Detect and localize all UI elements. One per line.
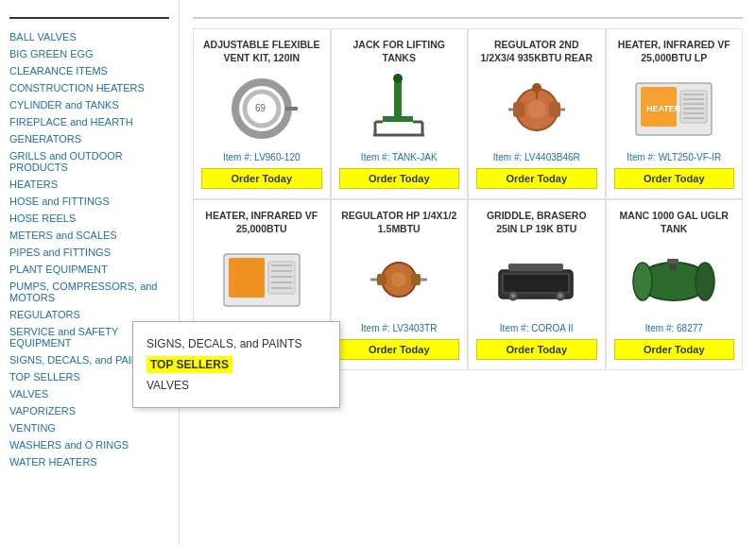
order-button[interactable]: Order Today: [339, 168, 460, 189]
svg-point-42: [391, 272, 406, 287]
svg-rect-57: [669, 263, 677, 270]
svg-point-55: [633, 263, 652, 300]
product-image: [219, 242, 304, 317]
sidebar-item-pumps-compressors[interactable]: PUMPS, COMPRESSORS, and MOTORS: [9, 278, 169, 306]
svg-rect-33: [268, 262, 295, 294]
tooltip-item[interactable]: TOP SELLERS: [146, 356, 232, 373]
sidebar-item-venting[interactable]: VENTING: [9, 419, 169, 436]
svg-text:HEATER: HEATER: [646, 104, 681, 113]
order-button[interactable]: Order Today: [201, 168, 322, 189]
sidebar-item-fireplace-hearth[interactable]: FIREPLACE and HEARTH: [9, 113, 169, 130]
product-item-number[interactable]: Item #: LV4403B46R: [493, 152, 580, 162]
product-image: HEATER: [631, 71, 716, 146]
product-name: JACK FOR LIFTING TANKS: [339, 39, 460, 65]
svg-rect-52: [508, 264, 563, 271]
product-grid: ADJUSTABLE FLEXIBLE VENT KIT, 120IN 69 I…: [193, 28, 743, 370]
svg-rect-47: [504, 275, 568, 292]
tooltip-items: SIGNS, DECALS, and PAINTSTOP SELLERSVALV…: [146, 332, 326, 398]
product-image: [494, 71, 579, 146]
sidebar-item-generators[interactable]: GENERATORS: [9, 130, 169, 147]
order-button[interactable]: Order Today: [614, 339, 735, 360]
svg-rect-5: [383, 116, 413, 122]
sidebar-item-water-heaters[interactable]: WATER HEATERS: [9, 453, 169, 470]
order-button[interactable]: Order Today: [339, 339, 460, 360]
product-item-number[interactable]: Item #: LV3403TR: [361, 323, 437, 333]
svg-point-18: [532, 83, 541, 93]
sidebar-item-big-green-egg[interactable]: BIG GREEN EGG: [9, 45, 169, 62]
product-item-number[interactable]: Item #: 68277: [645, 323, 703, 333]
order-button[interactable]: Order Today: [476, 168, 597, 189]
product-name: REGULATOR 2ND 1/2X3/4 935KBTU REAR: [476, 39, 597, 65]
product-cell: MANC 1000 GAL UGLR TANK Item #: 68277Ord…: [606, 199, 744, 370]
sidebar-item-washers-o-rings[interactable]: WASHERS and O RINGS: [9, 436, 169, 453]
product-name: HEATER, INFRARED VF 25,000BTU: [201, 210, 322, 236]
sidebar-item-grills-outdoor[interactable]: GRILLS and OUTDOOR PRODUCTS: [9, 147, 169, 176]
product-name: REGULATOR HP 1/4X1/2 1.5MBTU: [339, 210, 460, 236]
product-image: 69: [219, 71, 304, 146]
product-image: [631, 242, 716, 317]
svg-rect-41: [411, 274, 421, 285]
sidebar-item-hose-reels[interactable]: HOSE REELS: [9, 210, 169, 227]
sidebar-item-meters-scales[interactable]: METERS and SCALES: [9, 227, 169, 244]
svg-rect-13: [513, 102, 524, 117]
product-name: HEATER, INFRARED VF 25,000BTU LP: [614, 39, 735, 65]
product-item-number[interactable]: Item #: WLT250-VF-IR: [627, 152, 721, 162]
sidebar-tooltip: SIGNS, DECALS, and PAINTSTOP SELLERSVALV…: [132, 321, 340, 408]
product-image: [356, 242, 441, 317]
product-item-number[interactable]: Item #: TANK-JAK: [361, 152, 438, 162]
sidebar-item-pipes-fittings[interactable]: PIPES and FITTINGS: [9, 244, 169, 261]
product-item-number[interactable]: Item #: COROA II: [500, 323, 574, 333]
sidebar: BALL VALVESBIG GREEN EGGCLEARANCE ITEMSC…: [0, 0, 180, 545]
svg-rect-32: [229, 258, 265, 298]
svg-point-56: [696, 263, 714, 300]
svg-text:69: 69: [255, 103, 266, 113]
product-cell: REGULATOR 2ND 1/2X3/4 935KBTU REAR Item …: [468, 28, 606, 199]
product-item-number[interactable]: Item #: LV960-120: [223, 152, 301, 162]
product-cell: JACK FOR LIFTING TANKS Item #: TANK-JAKO…: [331, 28, 469, 199]
product-image: [356, 71, 441, 146]
tooltip-item: SIGNS, DECALS, and PAINTS: [146, 332, 326, 356]
sidebar-item-cylinder-tanks[interactable]: CYLINDER and TANKS: [9, 96, 169, 113]
sidebar-item-hose-fittings[interactable]: HOSE and FITTINGS: [9, 193, 169, 210]
svg-rect-14: [549, 102, 560, 117]
product-cell: ADJUSTABLE FLEXIBLE VENT KIT, 120IN 69 I…: [193, 28, 331, 199]
product-cell: REGULATOR HP 1/4X1/2 1.5MBTU Item #: LV3…: [331, 199, 469, 370]
sidebar-item-ball-valves[interactable]: BALL VALVES: [9, 28, 169, 45]
svg-point-49: [511, 294, 515, 298]
product-name: GRIDDLE, BRASERO 25IN LP 19K BTU: [476, 210, 597, 236]
product-cell: HEATER, INFRARED VF 25,000BTU LP HEATER …: [606, 28, 744, 199]
order-button[interactable]: Order Today: [614, 168, 735, 189]
sidebar-item-clearance-items[interactable]: CLEARANCE ITEMS: [9, 62, 169, 79]
order-button[interactable]: Order Today: [476, 339, 597, 360]
svg-point-51: [558, 294, 562, 298]
sidebar-item-construction-heaters[interactable]: CONSTRUCTION HEATERS: [9, 79, 169, 96]
sidebar-item-plant-equipment[interactable]: PLANT EQUIPMENT: [9, 261, 169, 278]
main-content: ADJUSTABLE FLEXIBLE VENT KIT, 120IN 69 I…: [180, 0, 756, 545]
product-image: [494, 242, 579, 317]
product-cell: GRIDDLE, BRASERO 25IN LP 19K BTU Item #:…: [468, 199, 606, 370]
svg-point-15: [527, 100, 546, 119]
svg-rect-58: [667, 259, 679, 264]
tooltip-item: VALVES: [146, 373, 326, 398]
product-name: ADJUSTABLE FLEXIBLE VENT KIT, 120IN: [201, 39, 322, 65]
svg-rect-40: [377, 274, 387, 285]
featured-items-title: [193, 11, 743, 19]
sidebar-item-heaters[interactable]: HEATERS: [9, 176, 169, 193]
product-name: MANC 1000 GAL UGLR TANK: [614, 210, 735, 236]
sidebar-title: [9, 11, 169, 19]
svg-point-11: [393, 74, 403, 83]
